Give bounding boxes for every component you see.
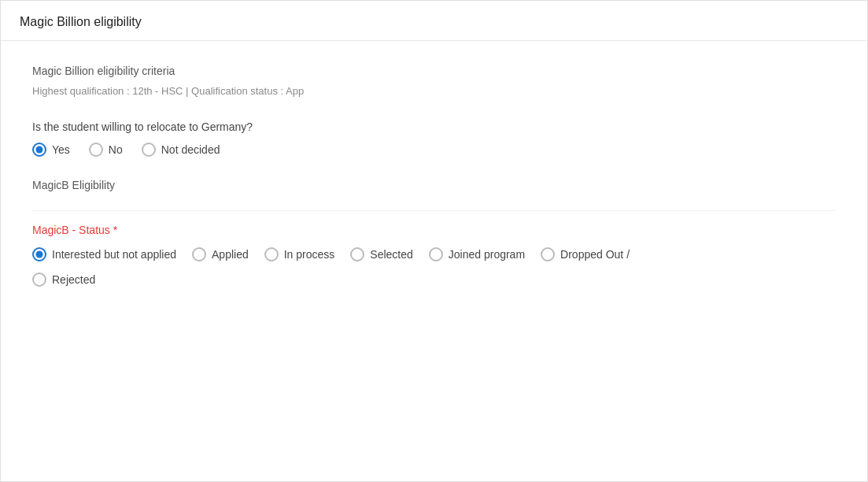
magicb-status-block: MagicB - Status * Interested but not app…	[32, 224, 836, 287]
page-container: Magic Billion eligibility Magic Billion …	[0, 0, 868, 482]
status-selected-radio[interactable]	[350, 247, 364, 261]
content-area: Magic Billion eligibility criteria Highe…	[1, 41, 867, 310]
relocate-yes-radio[interactable]	[32, 143, 46, 157]
relocate-question-label: Is the student willing to relocate to Ge…	[32, 120, 836, 133]
page-title: Magic Billion eligibility	[1, 1, 867, 41]
relocate-no-label: No	[109, 143, 123, 156]
magicb-eligibility-title: MagicB Eligibility	[32, 179, 836, 191]
qualification-text: Highest qualification : 12th - HSC | Qua…	[32, 85, 836, 97]
relocate-not-decided-radio[interactable]	[142, 143, 156, 157]
status-joined-program-radio[interactable]	[429, 247, 443, 261]
status-dropped-out-option[interactable]: Dropped Out /	[541, 247, 630, 261]
relocate-yes-label: Yes	[52, 143, 70, 156]
status-interested-label: Interested but not applied	[52, 248, 176, 261]
status-dropped-out-label: Dropped Out /	[560, 248, 630, 261]
status-interested-radio[interactable]	[32, 247, 46, 261]
status-dropped-out-radio[interactable]	[541, 247, 555, 261]
status-joined-program-label: Joined program	[449, 248, 525, 261]
status-selected-option[interactable]: Selected	[350, 247, 412, 261]
status-rejected-option[interactable]: Rejected	[32, 273, 95, 287]
status-applied-radio[interactable]	[192, 247, 206, 261]
status-radio-group-row2: Rejected	[32, 273, 836, 287]
status-joined-program-option[interactable]: Joined program	[429, 247, 525, 261]
status-interested-option[interactable]: Interested but not applied	[32, 247, 176, 261]
eligibility-criteria-title: Magic Billion eligibility criteria	[32, 65, 836, 77]
status-in-process-label: In process	[284, 248, 335, 261]
magicb-status-label: MagicB - Status *	[32, 224, 836, 236]
relocate-no-option[interactable]: No	[89, 143, 123, 157]
relocate-yes-option[interactable]: Yes	[32, 143, 70, 157]
status-label-text: MagicB - Status	[32, 224, 113, 236]
section-divider	[32, 210, 836, 211]
status-selected-label: Selected	[370, 248, 412, 261]
status-rejected-label: Rejected	[52, 273, 95, 286]
status-applied-label: Applied	[212, 248, 249, 261]
status-applied-option[interactable]: Applied	[192, 247, 249, 261]
status-rejected-radio[interactable]	[32, 273, 46, 287]
relocate-no-radio[interactable]	[89, 143, 103, 157]
status-radio-group-row1: Interested but not applied Applied In pr…	[32, 247, 836, 261]
status-required-star: *	[113, 224, 117, 236]
eligibility-criteria-block: Magic Billion eligibility criteria Highe…	[32, 65, 836, 97]
relocate-not-decided-option[interactable]: Not decided	[142, 143, 220, 157]
relocate-question-block: Is the student willing to relocate to Ge…	[32, 120, 836, 157]
relocate-radio-group: Yes No Not decided	[32, 143, 836, 157]
status-in-process-option[interactable]: In process	[264, 247, 335, 261]
status-in-process-radio[interactable]	[264, 247, 279, 261]
relocate-not-decided-label: Not decided	[161, 143, 220, 156]
magicb-eligibility-section: MagicB Eligibility	[32, 179, 836, 191]
